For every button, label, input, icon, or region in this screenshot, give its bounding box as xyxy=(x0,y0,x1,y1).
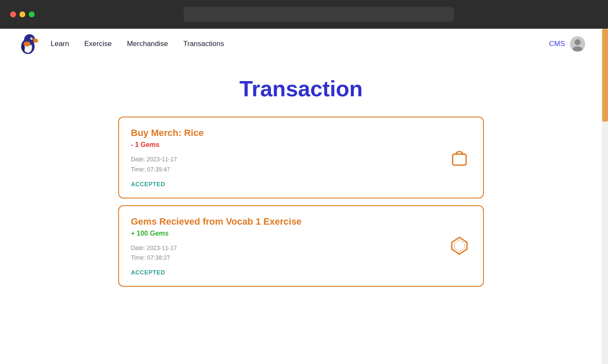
main-content: Transaction Buy Merch: Rice - 1 Gems Dat… xyxy=(0,59,602,304)
user-avatar[interactable] xyxy=(570,36,585,52)
toucan-logo[interactable] xyxy=(17,32,41,56)
transaction-meta-1: Date: 2023-11-17 Time: 07:39:47 xyxy=(131,155,437,175)
navbar: Learn Exercise Merchandise Transactions … xyxy=(0,29,602,59)
transaction-card-2: Gems Recieved from Vocab 1 Exercise + 10… xyxy=(118,205,484,287)
svg-point-4 xyxy=(32,38,33,39)
transaction-list: Buy Merch: Rice - 1 Gems Date: 2023-11-1… xyxy=(118,117,484,287)
transaction-title-1: Buy Merch: Rice xyxy=(131,128,437,139)
svg-point-10 xyxy=(456,153,458,155)
transaction-gems-2: + 100 Gems xyxy=(131,230,437,237)
transaction-card: Buy Merch: Rice - 1 Gems Date: 2023-11-1… xyxy=(118,117,484,198)
transaction-card-body-1: Buy Merch: Rice - 1 Gems Date: 2023-11-1… xyxy=(131,128,437,187)
scrollbar-track xyxy=(602,29,608,364)
svg-rect-9 xyxy=(453,154,466,165)
shopping-bag-icon xyxy=(448,146,471,169)
svg-point-7 xyxy=(575,39,581,45)
nav-right: CMS xyxy=(549,36,585,52)
transaction-status-2: ACCEPTED xyxy=(131,269,437,276)
scrollbar-thumb[interactable] xyxy=(602,29,608,122)
nav-link-exercise[interactable]: Exercise xyxy=(84,40,111,48)
maximize-button[interactable] xyxy=(29,11,35,17)
traffic-lights xyxy=(10,11,35,17)
browser-chrome xyxy=(0,0,608,29)
page-title: Transaction xyxy=(118,76,484,101)
transaction-title-2: Gems Recieved from Vocab 1 Exercise xyxy=(131,216,437,227)
nav-link-merchandise[interactable]: Merchandise xyxy=(127,40,168,48)
gem-icon xyxy=(448,234,471,258)
app-wrapper: Learn Exercise Merchandise Transactions … xyxy=(0,29,602,364)
transaction-status-1: ACCEPTED xyxy=(131,181,437,187)
svg-point-11 xyxy=(461,153,463,155)
transaction-card-body-2: Gems Recieved from Vocab 1 Exercise + 10… xyxy=(131,216,437,276)
transaction-gems-1: - 1 Gems xyxy=(131,141,437,149)
nav-links: Learn Exercise Merchandise Transactions xyxy=(51,40,224,48)
cms-link[interactable]: CMS xyxy=(549,40,565,48)
svg-point-5 xyxy=(24,41,30,46)
nav-link-transactions[interactable]: Transactions xyxy=(183,40,224,48)
close-button[interactable] xyxy=(10,11,16,17)
svg-marker-13 xyxy=(454,240,464,252)
address-bar[interactable] xyxy=(184,7,454,22)
transaction-meta-2: Date: 2023-11-17 Time: 07:38:27 xyxy=(131,243,437,263)
minimize-button[interactable] xyxy=(19,11,25,17)
nav-link-learn[interactable]: Learn xyxy=(51,40,69,48)
